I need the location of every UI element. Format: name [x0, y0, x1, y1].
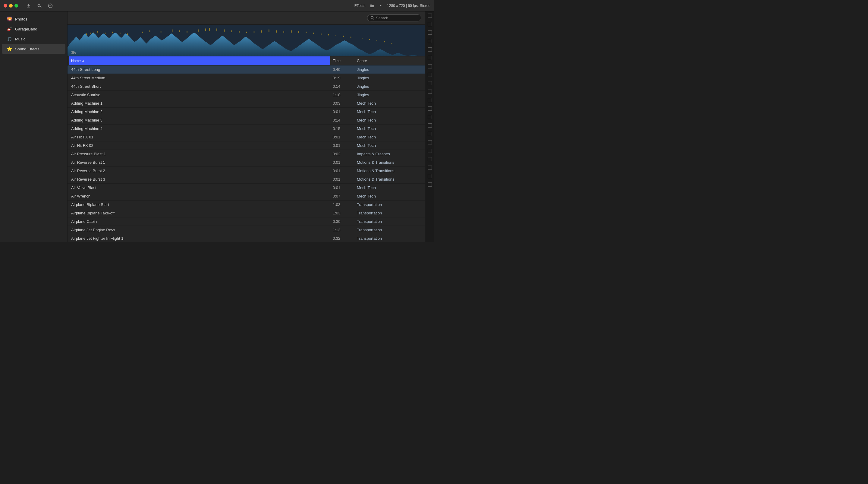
sidebar-item-sound-effects[interactable]: ⭐ Sound Effects	[2, 44, 65, 54]
content-topbar	[67, 11, 425, 25]
svg-rect-18	[187, 31, 187, 33]
row-checkbox[interactable]	[428, 115, 432, 119]
row-checkbox[interactable]	[428, 123, 432, 127]
svg-rect-24	[231, 30, 232, 32]
cell-genre: Jingles	[354, 76, 415, 80]
effects-label: Effects	[354, 4, 365, 8]
minimize-button[interactable]	[9, 4, 13, 7]
row-checkbox[interactable]	[428, 174, 432, 178]
svg-rect-5	[86, 33, 87, 35]
right-panel	[425, 11, 434, 242]
table-row[interactable]: Airplane Biplane Take-off 1:03 Transport…	[67, 209, 425, 217]
row-checkbox[interactable]	[428, 30, 432, 35]
row-checkbox[interactable]	[428, 132, 432, 136]
col-header-genre[interactable]: Genre	[354, 59, 415, 63]
table-row[interactable]: Airplane Jet Fighter In Flight 1 0:32 Tr…	[67, 234, 425, 242]
svg-rect-33	[299, 31, 299, 33]
table-row[interactable]: Air Wrench 0:07 Mech:Tech	[67, 192, 425, 201]
photos-icon: 🌄	[7, 16, 12, 22]
cell-name: Acoustic Sunrise	[69, 93, 330, 97]
cell-time: 0:03	[330, 101, 354, 105]
cell-name: Adding Machine 2	[69, 110, 330, 114]
row-checkbox[interactable]	[428, 107, 432, 111]
cell-name: Air Reverse Burst 3	[69, 177, 330, 182]
svg-rect-34	[306, 32, 307, 33]
svg-rect-23	[224, 30, 224, 32]
waveform-container: 39s	[67, 25, 425, 56]
sidebar-item-garageband[interactable]: 🎸 GarageBand	[2, 24, 65, 34]
row-checkbox[interactable]	[428, 81, 432, 85]
cell-time: 0:15	[330, 126, 354, 131]
titlebar-actions	[25, 2, 54, 9]
search-box[interactable]	[367, 14, 421, 22]
row-checkbox[interactable]	[428, 22, 432, 26]
key-icon[interactable]	[36, 2, 43, 9]
cell-genre: Mech:Tech	[354, 101, 415, 105]
svg-rect-19	[198, 30, 198, 32]
table-row[interactable]: 44th Street Short 0:14 Jingles	[67, 82, 425, 91]
row-checkbox[interactable]	[428, 149, 432, 153]
row-checkbox[interactable]	[428, 73, 432, 77]
table-row[interactable]: Air Hit FX 02 0:01 Mech:Tech	[67, 142, 425, 150]
table-row[interactable]: 44th Street Long 0:40 Jingles	[67, 65, 425, 74]
table-row[interactable]: Air Hit FX 01 0:01 Mech:Tech	[67, 133, 425, 142]
svg-rect-15	[161, 31, 161, 33]
svg-rect-11	[120, 33, 120, 34]
cell-time: 0:01	[330, 177, 354, 182]
row-checkbox[interactable]	[428, 64, 432, 68]
row-checkbox[interactable]	[428, 90, 432, 94]
svg-rect-14	[150, 30, 150, 32]
row-checkbox[interactable]	[428, 157, 432, 161]
table-row[interactable]: Adding Machine 2 0:01 Mech:Tech	[67, 108, 425, 116]
search-input[interactable]	[376, 16, 418, 20]
svg-rect-45	[392, 43, 392, 44]
row-checkbox[interactable]	[428, 98, 432, 102]
fullscreen-button[interactable]	[14, 4, 18, 7]
col-header-name[interactable]: Name	[69, 56, 330, 65]
cell-genre: Transportation	[354, 236, 415, 241]
row-checkbox[interactable]	[428, 13, 432, 18]
cell-time: 0:01	[330, 169, 354, 173]
table-row[interactable]: Airplane Biplane Start 1:03 Transportati…	[67, 201, 425, 209]
sidebar-item-photos[interactable]: 🌄 Photos	[2, 14, 65, 24]
table-row[interactable]: Air Reverse Burst 2 0:01 Motions & Trans…	[67, 167, 425, 175]
cell-genre: Impacts & Crashes	[354, 152, 415, 156]
row-checkbox[interactable]	[428, 140, 432, 145]
cell-name: Adding Machine 4	[69, 126, 330, 131]
cell-name: Air Hit FX 02	[69, 143, 330, 148]
svg-rect-22	[216, 28, 217, 31]
sidebar-item-music[interactable]: 🎵 Music	[2, 34, 65, 44]
cell-name: Air Reverse Burst 1	[69, 160, 330, 165]
table-row[interactable]: Airplane Cabin 0:30 Transportation	[67, 217, 425, 226]
cell-genre: Transportation	[354, 219, 415, 224]
table-row[interactable]: Air Valve Blast 0:01 Mech:Tech	[67, 184, 425, 192]
col-header-time[interactable]: Time	[330, 59, 354, 63]
table-row[interactable]: Adding Machine 1 0:03 Mech:Tech	[67, 99, 425, 108]
row-checkbox[interactable]	[428, 39, 432, 43]
cell-name: Air Hit FX 01	[69, 135, 330, 139]
row-checkbox[interactable]	[428, 56, 432, 60]
table-row[interactable]: Acoustic Sunrise 1:18 Jingles	[67, 91, 425, 99]
cell-name: Airplane Jet Engine Revs	[69, 228, 330, 232]
table-row[interactable]: Air Pressure Blast 1 0:02 Impacts & Cras…	[67, 150, 425, 158]
table-body: 44th Street Long 0:40 Jingles 44th Stree…	[67, 65, 425, 242]
row-checkbox[interactable]	[428, 47, 432, 52]
table-row[interactable]: Adding Machine 4 0:15 Mech:Tech	[67, 125, 425, 133]
table-row[interactable]: Airplane Jet Engine Revs 1:13 Transporta…	[67, 226, 425, 234]
svg-rect-20	[205, 28, 206, 31]
row-checkbox[interactable]	[428, 182, 432, 187]
music-icon: 🎵	[7, 36, 12, 41]
checkmark-icon[interactable]	[47, 2, 54, 9]
table-header: Name Time Genre	[67, 56, 425, 65]
svg-rect-16	[172, 30, 173, 32]
svg-rect-25	[239, 31, 239, 33]
table-row[interactable]: Adding Machine 3 0:14 Mech:Tech	[67, 116, 425, 125]
table-row[interactable]: Air Reverse Burst 3 0:01 Motions & Trans…	[67, 175, 425, 184]
row-checkbox[interactable]	[428, 165, 432, 170]
svg-rect-32	[291, 30, 291, 33]
table-row[interactable]: 44th Street Medium 0:19 Jingles	[67, 74, 425, 82]
close-button[interactable]	[4, 4, 7, 7]
cell-name: Airplane Biplane Take-off	[69, 211, 330, 215]
download-icon[interactable]	[25, 2, 32, 9]
table-row[interactable]: Air Reverse Burst 1 0:01 Motions & Trans…	[67, 158, 425, 167]
